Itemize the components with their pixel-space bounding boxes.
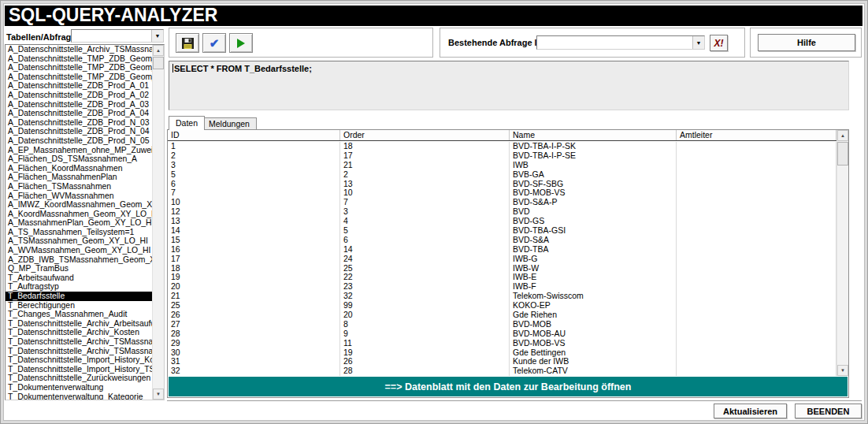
column-header[interactable]: Amtleiter [677, 130, 836, 140]
table-row[interactable]: 710BVD-MOB-VS [168, 188, 836, 198]
table-cell [677, 273, 836, 282]
table-cell: 21 [340, 161, 510, 170]
list-item[interactable]: A_TSMassnahmen_Geom_XY_LO_HI [6, 236, 152, 246]
list-item[interactable]: A_Datenschnittstelle_ZDB_Prod_A_02 [6, 91, 152, 100]
list-item[interactable]: A_MassnahmenPlan_Geom_XY_LO_HI [6, 218, 152, 228]
scrollbar-thumb[interactable] [153, 57, 164, 69]
table-row[interactable]: 2911BVD-MOB-VS [168, 339, 836, 348]
table-row[interactable]: 3228Telekom-CATV [168, 366, 836, 376]
table-row[interactable]: 52BVB-GA [168, 170, 836, 180]
list-item[interactable]: A_Datenschnittstelle_ZDB_Prod_N_04 [6, 127, 152, 136]
list-item[interactable]: A_Flächen_MassnahmenPlan [6, 173, 152, 182]
list-item[interactable]: A_Flächen_WVMassnahmen [6, 192, 152, 201]
tables-list-scrollbar[interactable]: ▲ ▼ [152, 45, 164, 400]
save-query-button[interactable] [176, 33, 199, 53]
table-cell: BVD-MOB [510, 320, 677, 329]
table-row[interactable]: 134BVD-GS [168, 217, 836, 226]
table-row[interactable]: 2132Telekom-Swisscom [168, 292, 836, 301]
column-header[interactable]: Order [340, 130, 510, 140]
refresh-button[interactable]: Aktualisieren [714, 404, 787, 418]
list-item[interactable]: A_Datenschnittstelle_Archiv_TSMassnahmen… [6, 45, 152, 54]
table-cell: 6 [340, 236, 510, 245]
list-item[interactable]: A_ZDB_IWB_TSMassnahmen_Geom_XY_LO_HI [6, 255, 152, 265]
list-item[interactable]: T_Datenschnittstelle_Archiv_TSMassnahmen [6, 337, 152, 347]
chevron-down-icon[interactable]: ▼ [151, 30, 163, 42]
list-item[interactable]: T_Arbeitsaufwand [6, 273, 152, 283]
scroll-up-icon[interactable]: ▲ [837, 130, 848, 141]
table-row[interactable]: 3126Kunde der IWB [168, 357, 836, 366]
table-cell: BVD-MOB-VS [510, 339, 677, 348]
table-row[interactable]: 145BVD-TBA-GSI [168, 226, 836, 236]
list-item[interactable]: A_Datenschnittstelle_TMP_ZDB_Geom_01 [6, 54, 152, 64]
scroll-up-icon[interactable]: ▲ [153, 45, 164, 56]
table-row[interactable]: 107BVD-S&A-P [168, 198, 836, 207]
table-row[interactable]: 156BVD-S&A [168, 236, 836, 245]
scroll-down-icon[interactable]: ▼ [153, 389, 164, 400]
list-item[interactable]: T_Datenschnittstelle_Import_History_TS [6, 365, 152, 374]
table-cell: 28 [168, 329, 340, 339]
tables-queries-combobox-value[interactable] [72, 30, 151, 42]
list-item[interactable]: T_Datenschnittstelle_Archiv_Arbeitsaufwa… [6, 319, 152, 329]
list-item[interactable]: A_KoordMassnahmen_Geom_XY_LO_HI [6, 210, 152, 219]
table-row[interactable]: 2620Gde Riehen [168, 311, 836, 320]
run-query-button[interactable] [229, 33, 253, 53]
list-item[interactable]: T_Dokumentenverwaltung [6, 383, 152, 392]
table-row[interactable]: 123BVD [168, 207, 836, 217]
delete-query-combobox[interactable]: ▼ [536, 35, 705, 50]
table-row[interactable]: 3019Gde Bettingen [168, 348, 836, 358]
tab-daten[interactable]: Daten [169, 116, 205, 130]
validate-query-button[interactable]: ✔ [202, 33, 226, 53]
table-row[interactable]: 278BVD-MOB [168, 320, 836, 329]
list-item[interactable]: A_Flächen_TSMassnahmen [6, 182, 152, 192]
list-item[interactable]: A_Datenschnittstelle_TMP_ZDB_Geom_03 [6, 73, 152, 82]
quit-button[interactable]: BEENDEN [795, 404, 862, 418]
table-row[interactable]: 2599KOKO-EP [168, 301, 836, 311]
list-item[interactable]: T_Datenschnittstelle_Archiv_TSMassnahmen… [6, 347, 152, 356]
table-row[interactable]: 321IWB [168, 161, 836, 170]
list-item[interactable]: A_IMWZ_KoordMassnahmen_Geom_XY_LO_HI [6, 200, 152, 210]
table-cell [677, 151, 836, 161]
column-header[interactable]: Name [510, 130, 677, 140]
open-datasheet-banner[interactable]: ==> Datenblatt mit den Daten zur Bearbei… [169, 377, 848, 396]
table-scrollbar[interactable]: ▲ ▼ [836, 130, 848, 376]
table-row[interactable]: 1724IWB-G [168, 255, 836, 264]
chevron-down-icon[interactable]: ▼ [692, 36, 704, 49]
scroll-down-icon[interactable]: ▼ [837, 365, 848, 376]
list-item[interactable]: T_Datenschnittstelle_Archiv_Kosten [6, 328, 152, 337]
table-row[interactable]: 1825IWB-W [168, 264, 836, 273]
table-row[interactable]: 613BVD-SF-SBG [168, 180, 836, 189]
column-header[interactable]: ID [168, 130, 340, 140]
list-item[interactable]: T_Auftragstyp [6, 282, 152, 292]
sql-query-editor[interactable]: SELECT * FROM T_Bedarfsstelle; [169, 61, 849, 110]
list-item[interactable]: A_Datenschnittstelle_ZDB_Prod_N_05 [6, 136, 152, 146]
list-item[interactable]: T_Changes_Massnahmen_Audit [6, 310, 152, 319]
tables-queries-combobox[interactable]: ▼ [71, 29, 164, 43]
tab-meldungen[interactable]: Meldungen [202, 117, 257, 130]
list-item[interactable]: T_Bedarfsstelle [6, 292, 152, 301]
table-row[interactable]: 2023IWB-F [168, 282, 836, 292]
table-row[interactable]: 118BVD-TBA-I-P-SK [168, 142, 836, 151]
list-item[interactable]: T_Datenschnittstelle_Zurückweisungen [6, 374, 152, 383]
delete-query-combobox-value[interactable] [537, 36, 692, 49]
list-item[interactable]: Q_MP_TramBus [6, 264, 152, 273]
list-item[interactable]: A_Flächen_KoordMassnahmen [6, 164, 152, 173]
list-item[interactable]: T_Dokumentenverwaltung_Kategorie [6, 392, 152, 400]
list-item[interactable]: T_Datenschnittstelle_Import_History_Kost… [6, 355, 152, 365]
list-item[interactable]: A_Flächen_DS_TSMassnahmen_A [6, 154, 152, 164]
scrollbar-thumb[interactable] [837, 142, 848, 166]
list-item[interactable]: A_TS_Massnahmen_Teilsystem=1 [6, 228, 152, 237]
table-row[interactable]: 1614BVD-TBA [168, 245, 836, 255]
table-row[interactable]: 1922IWB-E [168, 273, 836, 282]
list-item[interactable]: A_WVMassnahmen_Geom_XY_LO_HI [6, 246, 152, 255]
list-item[interactable]: T_Berechtigungen [6, 301, 152, 311]
list-item[interactable]: A_Datenschnittstelle_ZDB_Prod_A_03 [6, 100, 152, 110]
help-button[interactable]: Hilfe [758, 34, 855, 51]
list-item[interactable]: A_Datenschnittstelle_ZDB_Prod_A_01 [6, 81, 152, 91]
list-item[interactable]: A_Datenschnittstelle_TMP_ZDB_Geom_02 [6, 63, 152, 73]
delete-query-button[interactable]: X! [710, 35, 728, 51]
table-row[interactable]: 289BVD-MOB-AU [168, 329, 836, 339]
list-item[interactable]: A_Datenschnittstelle_ZDB_Prod_A_04 [6, 109, 152, 118]
list-item[interactable]: A_EP_Massnahemen_ohne_MP_Zuweisung [6, 146, 152, 155]
list-item[interactable]: A_Datenschnittstelle_ZDB_Prod_N_03 [6, 118, 152, 128]
table-row[interactable]: 217BVD-TBA-I-P-SE [168, 151, 836, 161]
